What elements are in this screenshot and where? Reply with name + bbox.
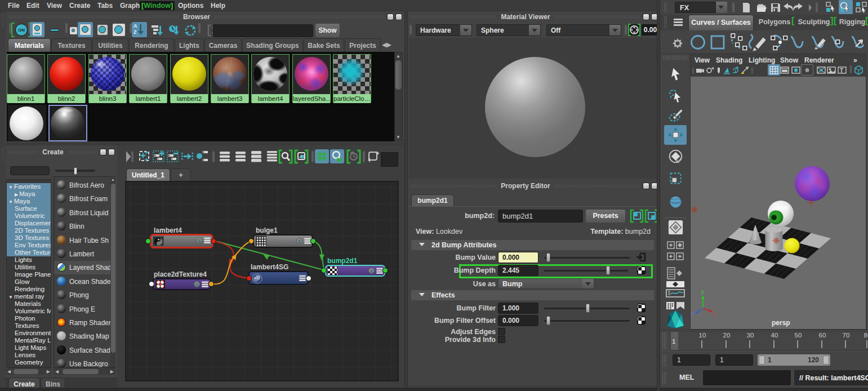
svg-text:y: y <box>701 289 704 295</box>
svg-text:persp: persp <box>772 319 790 327</box>
svg-text:x: x <box>713 311 715 317</box>
svg-text:T: T <box>840 68 843 74</box>
svg-text:z: z <box>691 311 693 317</box>
